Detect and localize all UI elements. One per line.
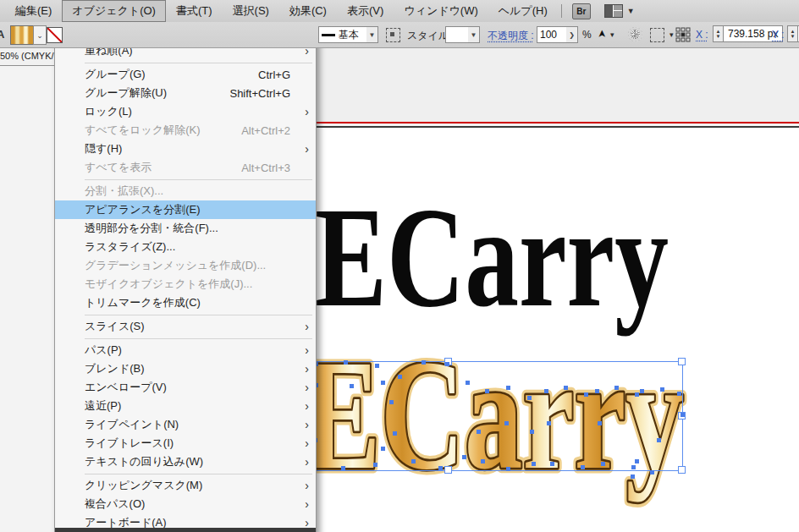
menubar-item-1[interactable]: オブジェクト(O)	[62, 0, 166, 22]
anchor-point[interactable]	[635, 459, 639, 463]
menubar-item-3[interactable]: 選択(S)	[223, 0, 279, 22]
anchor-point[interactable]	[631, 474, 635, 479]
menubar-item-6[interactable]: ウィンドウ(W)	[394, 0, 488, 22]
anchor-point[interactable]	[389, 400, 394, 404]
anchor-point[interactable]	[530, 430, 534, 434]
y-stepper[interactable]: ▲▼ 68	[787, 25, 799, 42]
anchor-point[interactable]	[550, 462, 554, 466]
object-menu-item-22[interactable]: エンベロープ(V)›	[55, 378, 316, 397]
menubar-item-4[interactable]: 効果(C)	[279, 0, 337, 22]
anchor-point[interactable]	[438, 466, 443, 470]
anchor-point[interactable]	[681, 413, 685, 417]
anchor-point[interactable]	[595, 389, 599, 393]
anchor-point[interactable]	[341, 466, 345, 470]
object-menu-item-12[interactable]: 透明部分を分割・統合(F)...	[55, 219, 316, 238]
y-label[interactable]: Y :	[772, 29, 784, 41]
object-menu-item-6[interactable]: すべてをロック解除(K)Alt+Ctrl+2	[55, 121, 316, 140]
anchor-point[interactable]	[544, 389, 548, 393]
object-menu-item-28[interactable]: クリッピングマスク(M)›	[55, 476, 316, 495]
anchor-point[interactable]	[506, 386, 510, 390]
anchor-point[interactable]	[422, 360, 426, 365]
anchor-point[interactable]	[381, 381, 385, 385]
anchor-point[interactable]	[631, 465, 636, 469]
object-menu-item-26[interactable]: テキストの回り込み(W)›	[55, 452, 316, 471]
anchor-point[interactable]	[350, 384, 354, 388]
anchor-point[interactable]	[477, 430, 481, 434]
anchor-point[interactable]	[601, 462, 605, 466]
anchor-point[interactable]	[344, 360, 348, 365]
selection-handle[interactable]	[678, 466, 686, 474]
recolor-artwork-icon[interactable]	[386, 28, 400, 42]
menubar-item-2[interactable]: 書式(T)	[166, 0, 223, 22]
anchor-point[interactable]	[398, 375, 402, 379]
style-select[interactable]	[445, 26, 471, 43]
object-menu-item-16[interactable]: トリムマークを作成(C)	[55, 293, 316, 312]
object-menu-item-25[interactable]: ライブトレース(I)›	[55, 434, 316, 452]
opacity-input[interactable]: 100	[537, 26, 567, 43]
fill-gradient-swatch[interactable]	[10, 25, 35, 45]
workspace-switcher[interactable]: ▼	[604, 4, 635, 18]
anchor-point[interactable]	[506, 467, 510, 471]
stroke-none-swatch[interactable]	[47, 27, 63, 43]
anchor-point[interactable]	[445, 362, 449, 366]
anchor-point[interactable]	[640, 389, 644, 393]
object-menu-item-24[interactable]: ライブペイント(N)›	[55, 415, 316, 434]
object-menu-item-18[interactable]: スライス(S)›	[55, 317, 316, 336]
opacity-label[interactable]: 不透明度 :	[488, 29, 534, 43]
object-menu-item-21[interactable]: ブレンド(B)›	[55, 359, 316, 378]
object-menu-item-10[interactable]: 分割・拡張(X)...	[55, 182, 316, 200]
object-menu-item-13[interactable]: ラスタライズ(Z)...	[55, 238, 316, 256]
menubar-item-5[interactable]: 表示(V)	[337, 0, 394, 22]
recolor-wheel-icon[interactable]	[628, 27, 642, 41]
x-label[interactable]: X :	[696, 29, 708, 41]
anchor-point[interactable]	[677, 392, 681, 396]
object-menu-item-4[interactable]: グループ解除(U)Shift+Ctrl+G	[55, 84, 316, 102]
object-menu-item-5[interactable]: ロック(L)›	[55, 102, 316, 121]
anchor-point[interactable]	[614, 386, 619, 390]
object-menu-item-20[interactable]: パス(P)›	[55, 341, 316, 359]
object-menu-item-7[interactable]: 隠す(H)›	[55, 140, 316, 158]
anchor-point[interactable]	[504, 421, 509, 425]
menubar-item-7[interactable]: ヘルプ(H)	[488, 0, 558, 22]
anchor-point[interactable]	[547, 421, 551, 425]
anchor-point[interactable]	[375, 364, 379, 368]
selection-handle[interactable]	[444, 466, 452, 474]
anchor-point[interactable]	[381, 447, 385, 451]
object-menu-item-29[interactable]: 複合パス(O)›	[55, 495, 316, 513]
menubar-item-0[interactable]: 編集(E)	[5, 0, 62, 22]
object-menu-item-23[interactable]: 遠近(P)›	[55, 397, 316, 415]
anchor-point[interactable]	[373, 463, 377, 467]
opacity-spinner[interactable]: ❯	[566, 26, 578, 43]
select-similar-icon[interactable]: ➤▾	[598, 28, 614, 40]
anchor-point[interactable]	[466, 381, 470, 385]
anchor-point[interactable]	[635, 392, 639, 397]
align-bounds-icon[interactable]	[650, 28, 664, 42]
selection-handle[interactable]	[678, 358, 686, 365]
anchor-point[interactable]	[581, 465, 585, 469]
bridge-button[interactable]: Br	[572, 3, 591, 19]
object-menu-item-11[interactable]: アピアランスを分割(E)	[55, 200, 316, 219]
anchor-point[interactable]	[481, 459, 485, 463]
object-menu-item-14[interactable]: グラデーションメッシュを作成(D)...	[55, 256, 316, 275]
anchor-point[interactable]	[411, 459, 416, 463]
stroke-profile-select[interactable]: 基本	[318, 26, 369, 43]
anchor-point[interactable]	[527, 396, 532, 400]
anchor-point[interactable]	[462, 455, 466, 459]
anchor-point[interactable]	[660, 387, 664, 392]
align-bounds-dropdown-arrow[interactable]: ▾	[670, 30, 674, 39]
object-menu-item-15[interactable]: モザイクオブジェクトを作成(J)...	[55, 275, 316, 293]
object-menu-item-3[interactable]: グループ(G)Ctrl+G	[55, 65, 316, 84]
anchor-point[interactable]	[564, 386, 568, 390]
stroke-profile-dropdown-arrow[interactable]: ▼	[366, 26, 378, 43]
anchor-point[interactable]	[598, 421, 602, 425]
object-menu-item-8[interactable]: すべてを表示Alt+Ctrl+3	[55, 158, 316, 177]
anchor-point[interactable]	[532, 462, 536, 466]
anchor-point[interactable]	[650, 470, 654, 474]
style-dropdown-arrow[interactable]: ▼	[468, 26, 480, 43]
anchor-point[interactable]	[485, 389, 489, 393]
fill-swatch-dropdown[interactable]: ⌄	[33, 25, 47, 45]
anchor-point[interactable]	[657, 438, 661, 442]
reference-point-icon[interactable]	[675, 27, 691, 42]
anchor-point[interactable]	[584, 392, 588, 397]
anchor-point[interactable]	[393, 431, 397, 436]
